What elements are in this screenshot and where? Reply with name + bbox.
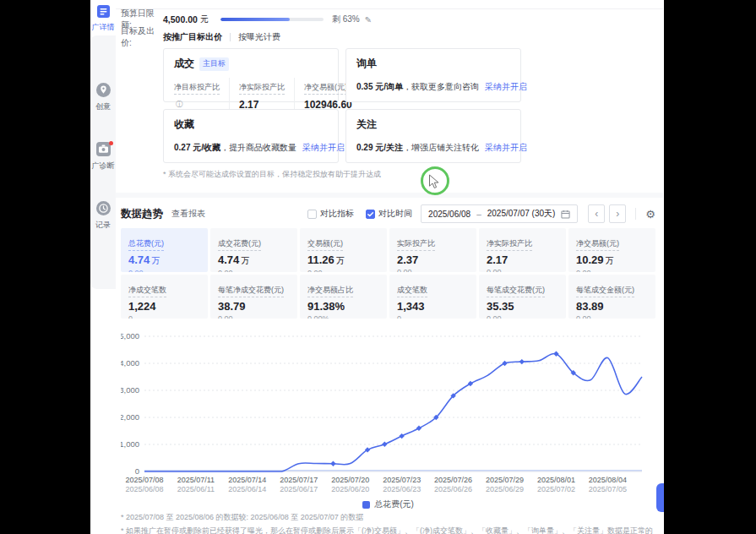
metric-compare-value: 0.00 <box>487 314 558 319</box>
mouse-cursor-icon <box>428 174 440 189</box>
metric-tile-0[interactable]: 总花费(元)4.74万0.00 <box>121 228 208 272</box>
metric-label: 成交笔数 <box>397 285 427 297</box>
tab-separator <box>230 33 231 41</box>
svg-text:2025/06/17: 2025/06/17 <box>280 485 318 493</box>
clock-icon <box>96 204 111 218</box>
compare-metric-checkbox[interactable]: 对比指标 <box>307 208 354 220</box>
trend-header: 数据趋势 查看报表 对比指标 对比时间 2025/06/08 – 2025/ <box>121 204 655 224</box>
svg-text:2025/06/26: 2025/06/26 <box>434 485 472 493</box>
svg-text:2025/07/08: 2025/07/08 <box>125 476 163 484</box>
prev-period-button[interactable]: ‹ <box>588 204 605 223</box>
goal-title-text: 询单 <box>356 57 377 71</box>
settings-gear-icon[interactable]: ⚙ <box>645 208 655 221</box>
tab-target-bid[interactable]: 按推广目标出价 <box>163 31 222 43</box>
view-report-link[interactable]: 查看报表 <box>171 208 205 220</box>
target-label: 目标及出价: <box>121 25 163 49</box>
goal-card-0: 成交主目标净目标投产比ⓘ2.45✎净实际投产比2.17净交易额(元)102946… <box>163 48 339 102</box>
budget-remaining-label: 剩 63% <box>332 14 360 25</box>
metric-tile-6[interactable]: 净成交笔数1,2240 <box>121 275 208 319</box>
date-range-picker[interactable]: 2025/06/08 – 2025/07/07 (30天) <box>421 204 578 223</box>
trend-section: 数据趋势 查看报表 对比指标 对比时间 2025/06/08 – 2025/ <box>121 204 655 534</box>
svg-text:2025/07/02: 2025/07/02 <box>537 485 575 493</box>
svg-text:1,000: 1,000 <box>121 439 139 449</box>
metric-label-wrap: 实际投产比 <box>397 234 469 251</box>
goal-card-desc: 0.35 元/询单，获取更多意向咨询采纳并开启 <box>356 81 510 93</box>
svg-text:3,000: 3,000 <box>121 385 139 395</box>
metric-value: 35.35 <box>487 300 558 313</box>
metric-value: 4.74万 <box>128 253 200 267</box>
goal-metric-label: 净目标投产比ⓘ <box>174 78 220 110</box>
metric-value: 11.26万 <box>307 253 379 267</box>
camera-icon <box>96 144 111 159</box>
adopt-enable-link[interactable]: 采纳并开启 <box>485 82 527 91</box>
goal-cards-grid: 成交主目标净目标投产比ⓘ2.45✎净实际投产比2.17净交易额(元)102946… <box>163 48 521 163</box>
goal-card-1: 询单0.35 元/询单，获取更多意向咨询采纳并开启 <box>345 48 521 102</box>
date-range-start: 2025/06/08 <box>428 210 470 219</box>
metric-value: 38.79 <box>218 300 290 313</box>
metric-label: 净交易额(元) <box>576 238 619 251</box>
metric-compare-value: 0.00 <box>397 268 469 272</box>
mini-sidebar: 广详情 创意广诊断记录 <box>90 0 116 534</box>
metric-compare-value: 0 <box>397 314 469 319</box>
date-range-end: 2025/07/07 (30天) <box>487 208 556 220</box>
calendar-icon <box>561 210 570 219</box>
sidebar-item-active[interactable]: 广详情 <box>90 5 116 32</box>
sidebar-item-label: 广诊断 <box>90 161 116 171</box>
tab-exposure-bid[interactable]: 按曝光计费 <box>238 31 280 43</box>
metric-tile-8[interactable]: 净交易额占比91.38%0.00% <box>300 275 387 319</box>
metric-value: 1,343 <box>397 300 469 313</box>
metric-value: 91.38% <box>307 300 379 313</box>
metric-value: 4.74万 <box>218 253 290 267</box>
compare-time-checkbox[interactable]: 对比时间 <box>366 208 412 220</box>
info-icon[interactable]: ⓘ <box>176 100 183 108</box>
compare-time-label: 对比时间 <box>378 208 412 220</box>
metric-label-wrap: 交易额(元) <box>307 234 379 251</box>
metric-label-wrap: 净实际投产比 <box>487 234 558 251</box>
svg-text:5,000: 5,000 <box>121 331 139 341</box>
side-drawer-handle[interactable] <box>656 483 664 512</box>
sidebar-item-1[interactable]: 创意 <box>90 83 116 112</box>
metric-value: 10.29万 <box>576 253 648 267</box>
metric-unit: 万 <box>336 256 345 265</box>
edit-budget-icon[interactable]: ✎ <box>365 15 372 25</box>
main-panel: 预算日限额: 4,500.00 元 剩 63% ✎ 目标及出价: 按推广目标出价… <box>116 0 664 534</box>
sidebar-item-3[interactable]: 记录 <box>90 201 116 230</box>
svg-text:2025/06/11: 2025/06/11 <box>177 485 215 493</box>
adopt-enable-link[interactable]: 采纳并开启 <box>302 143 345 152</box>
metric-tile-9[interactable]: 成交笔数1,3430 <box>389 275 476 319</box>
metric-unit: 万 <box>151 256 160 265</box>
goal-card-desc: 0.29 元/关注，增强店铺关注转化采纳并开启 <box>356 142 510 154</box>
metric-tile-5[interactable]: 净交易额(元)10.29万0.00 <box>568 228 655 272</box>
metric-tile-1[interactable]: 成交花费(元)4.74万0.00 <box>210 228 297 272</box>
metric-value: 1,224 <box>128 300 200 313</box>
sidebar-item-label: 记录 <box>90 221 116 230</box>
svg-text:2025/08/01: 2025/08/01 <box>537 476 575 484</box>
adopt-enable-link[interactable]: 采纳并开启 <box>485 143 527 152</box>
target-bid-row: 目标及出价: 按推广目标出价 按曝光计费 <box>121 31 280 43</box>
goal-metric-label-text: 净交易额(元) <box>304 82 347 95</box>
main-goal-badge: 主目标 <box>199 57 229 71</box>
metric-label-wrap: 成交花费(元) <box>218 234 290 251</box>
goal-card-title: 收藏 <box>174 117 328 132</box>
metric-tile-11[interactable]: 每笔成交金额(元)83.890.00 <box>568 275 655 319</box>
vertical-divider <box>635 208 636 220</box>
goal-metric-label-text: 净实际投产比 <box>239 82 285 95</box>
metric-label-wrap: 每笔成交花费(元) <box>487 281 558 297</box>
goal-desc-text: ，增强店铺关注转化 <box>403 143 479 152</box>
chart-legend[interactable]: 总花费(元) <box>121 499 655 510</box>
sidebar-item-2[interactable]: 广诊断 <box>90 142 116 171</box>
svg-text:2025/08/04: 2025/08/04 <box>589 476 627 484</box>
metric-value: 2.37 <box>397 253 469 266</box>
metric-label-wrap: 净交易额(元) <box>576 234 648 251</box>
metric-label: 交易额(元) <box>307 238 343 251</box>
metric-tile-10[interactable]: 每笔成交花费(元)35.350.00 <box>479 275 566 319</box>
metric-tile-2[interactable]: 交易额(元)11.26万0.00 <box>300 228 387 272</box>
metric-compare-value: 0.00 <box>128 269 200 272</box>
metric-tile-4[interactable]: 净实际投产比2.170.00 <box>479 228 566 272</box>
budget-progress-bar <box>220 18 324 21</box>
metric-tile-3[interactable]: 实际投产比2.370.00 <box>389 228 476 272</box>
metric-label: 实际投产比 <box>397 238 435 251</box>
metric-compare-value: 0.00 <box>576 314 648 319</box>
metric-tile-7[interactable]: 每笔净成交花费(元)38.790.00 <box>210 275 297 319</box>
next-period-button[interactable]: › <box>609 204 626 223</box>
